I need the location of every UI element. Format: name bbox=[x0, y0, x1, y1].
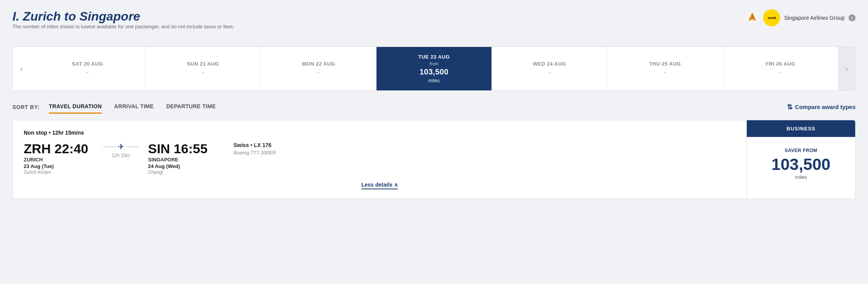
route-line-right bbox=[126, 147, 139, 147]
route-line-left bbox=[103, 147, 116, 147]
no-data-6: - bbox=[779, 68, 782, 76]
date-selector: ‹ SAT 20 AUG-SUN 21 AUG-MON 22 AUG-TUE 2… bbox=[12, 47, 856, 91]
date-cell-2[interactable]: MON 22 AUG- bbox=[261, 47, 376, 90]
compare-award-types-button[interactable]: ⇅ Compare award types bbox=[787, 103, 856, 111]
date-cell-5[interactable]: THU 25 AUG- bbox=[607, 47, 723, 90]
departure-date: 23 Aug (Tue) bbox=[24, 163, 94, 169]
prev-date-btn[interactable]: ‹ bbox=[13, 47, 30, 90]
date-label-3: TUE 23 AUG bbox=[418, 54, 450, 60]
flight-route: ✈ 12h 15m bbox=[94, 142, 148, 158]
from-label-3: from bbox=[429, 61, 438, 66]
flight-main: Non stop • 12hr 15mins ZRH 22:40 ZURICH … bbox=[13, 120, 746, 199]
airline-group-name: Singapore Airlines Group bbox=[784, 15, 845, 21]
arrival-airport: SINGAPORE bbox=[148, 157, 218, 163]
departure-time: ZRH 22:40 bbox=[24, 142, 94, 155]
airline-name: Swiss • LX 176 bbox=[234, 142, 276, 148]
airline-group: scoot Singapore Airlines Group i bbox=[745, 9, 856, 26]
no-data-1: - bbox=[202, 68, 204, 76]
arrival-time: SIN 16:55 bbox=[148, 142, 218, 155]
compare-btn-label: Compare award types bbox=[795, 104, 856, 110]
no-data-5: - bbox=[664, 68, 666, 76]
page-subtitle: The number of miles shown is lowest avai… bbox=[12, 24, 234, 29]
departure-terminal: Zurich Kloten bbox=[24, 170, 94, 175]
less-details-button[interactable]: Less details ∧ bbox=[361, 182, 398, 189]
booking-class-label: BUSINESS bbox=[747, 120, 855, 137]
scoot-logo-icon: scoot bbox=[763, 9, 780, 26]
route-line: ✈ bbox=[103, 142, 139, 151]
date-label-0: SAT 20 AUG bbox=[72, 61, 103, 67]
flight-type: Non stop • 12hr 15mins bbox=[24, 130, 736, 136]
plane-icon: ✈ bbox=[118, 142, 124, 151]
aircraft-type: Boeing 777-300ER bbox=[234, 150, 276, 156]
miles-amount: 103,500 bbox=[755, 156, 847, 173]
less-details-row: Less details ∧ bbox=[24, 181, 736, 189]
flight-duration: 12h 15m bbox=[112, 153, 130, 158]
date-cell-3[interactable]: TUE 23 AUGfrom103,500miles bbox=[376, 47, 492, 90]
miles-unit: miles bbox=[755, 174, 847, 180]
sort-option-departure_time[interactable]: DEPARTURE TIME bbox=[166, 100, 216, 114]
sort-options: SORT BY: TRAVEL DURATIONARRIVAL TIMEDEPA… bbox=[12, 100, 228, 114]
sort-by-label: SORT BY: bbox=[12, 104, 40, 110]
date-cell-6[interactable]: FRI 26 AUG- bbox=[723, 47, 838, 90]
date-cell-1[interactable]: SUN 21 AUG- bbox=[145, 47, 261, 90]
page-title: I. Zurich to Singapore bbox=[12, 9, 234, 24]
no-data-4: - bbox=[548, 68, 551, 76]
next-date-btn[interactable]: › bbox=[838, 47, 855, 90]
saver-label: SAVER FROM bbox=[755, 148, 847, 153]
sort-option-arrival_time[interactable]: ARRIVAL TIME bbox=[114, 100, 154, 114]
sq-logo-icon bbox=[745, 11, 759, 25]
miles-label-3: 103,500 bbox=[420, 68, 448, 76]
compare-icon: ⇅ bbox=[787, 103, 793, 111]
no-data-2: - bbox=[317, 68, 320, 76]
date-label-6: FRI 26 AUG bbox=[766, 61, 795, 67]
departure-airport: ZURICH bbox=[24, 157, 94, 163]
sort-option-travel_duration[interactable]: TRAVEL DURATION bbox=[49, 100, 102, 114]
date-label-2: MON 22 AUG bbox=[302, 61, 335, 67]
sort-bar: SORT BY: TRAVEL DURATIONARRIVAL TIMEDEPA… bbox=[12, 100, 856, 114]
arrival-info: SIN 16:55 SINGAPORE 24 Aug (Wed) Changi bbox=[148, 142, 218, 175]
date-cell-0[interactable]: SAT 20 AUG- bbox=[30, 47, 145, 90]
no-data-0: - bbox=[86, 68, 89, 76]
flight-airline-info: Swiss • LX 176 Boeing 777-300ER bbox=[218, 142, 276, 156]
booking-price-area: SAVER FROM 103,500 miles bbox=[747, 137, 855, 191]
date-label-1: SUN 21 AUG bbox=[187, 61, 219, 67]
departure-info: ZRH 22:40 ZURICH 23 Aug (Tue) Zurich Klo… bbox=[24, 142, 94, 175]
info-icon[interactable]: i bbox=[849, 14, 856, 21]
date-label-5: THU 25 AUG bbox=[649, 61, 681, 67]
date-label-4: WED 24 AUG bbox=[533, 61, 566, 67]
flight-card: Non stop • 12hr 15mins ZRH 22:40 ZURICH … bbox=[12, 120, 856, 199]
booking-panel: BUSINESS SAVER FROM 103,500 miles bbox=[746, 120, 855, 199]
miles-unit-3: miles bbox=[428, 78, 440, 83]
arrival-date: 24 Aug (Wed) bbox=[148, 163, 218, 169]
date-cell-4[interactable]: WED 24 AUG- bbox=[492, 47, 607, 90]
arrival-terminal: Changi bbox=[148, 170, 218, 175]
